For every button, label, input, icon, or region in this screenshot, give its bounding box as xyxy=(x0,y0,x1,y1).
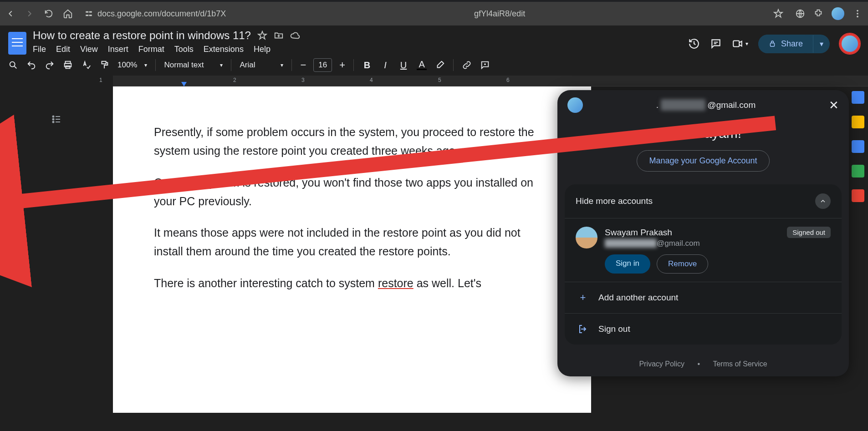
side-panel-tabs xyxy=(852,91,864,202)
share-dropdown[interactable]: ▾ xyxy=(813,35,830,53)
svg-point-6 xyxy=(857,13,858,15)
maps-tab-icon[interactable] xyxy=(852,189,864,202)
tasks-tab-icon[interactable] xyxy=(852,140,864,153)
extensions-icon[interactable] xyxy=(813,9,823,19)
browser-actions xyxy=(795,7,863,20)
account-avatar[interactable] xyxy=(840,34,860,54)
menu-dots-icon[interactable] xyxy=(853,9,863,19)
close-icon[interactable]: ✕ xyxy=(829,98,839,112)
svg-point-7 xyxy=(857,16,858,18)
calendar-tab-icon[interactable] xyxy=(852,91,864,104)
browser-profile-avatar[interactable] xyxy=(832,7,844,20)
svg-point-5 xyxy=(857,10,858,12)
red-arrow-annotation xyxy=(0,0,804,382)
contacts-tab-icon[interactable] xyxy=(852,165,864,177)
chevron-up-icon xyxy=(815,193,831,209)
keep-tab-icon[interactable] xyxy=(852,116,864,128)
svg-line-18 xyxy=(0,123,775,204)
